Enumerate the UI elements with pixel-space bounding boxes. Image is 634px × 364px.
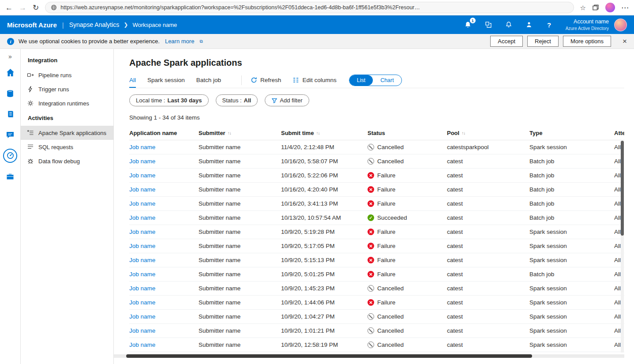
horizontal-scrollbar-thumb[interactable] bbox=[126, 354, 532, 358]
submit-time-cell: 10/13/20, 10:57:54 AM bbox=[281, 214, 368, 221]
application-name-link[interactable]: Job name bbox=[129, 243, 155, 249]
time-filter-pill[interactable]: Local time : Last 30 days bbox=[129, 94, 209, 106]
col-submit-time[interactable]: Submit time↑↓ bbox=[281, 130, 368, 136]
submitter-cell: Submitter name bbox=[199, 257, 281, 263]
table-row[interactable]: Job name Submitter name 10/9/20, 5:19:28… bbox=[129, 225, 624, 239]
tab-batch-job[interactable]: Batch job bbox=[196, 72, 221, 88]
spark-list-icon bbox=[27, 129, 34, 136]
submit-time-cell: 10/9/20, 1:01:21 PM bbox=[281, 327, 368, 334]
type-cell: Spark session bbox=[529, 144, 614, 150]
application-name-link[interactable]: Job name bbox=[129, 158, 155, 165]
account-avatar[interactable] bbox=[614, 19, 627, 31]
toolbar-divider bbox=[241, 75, 242, 85]
table-row[interactable]: Job name Submitter name 10/16/20, 5:58:0… bbox=[129, 154, 624, 169]
chat-bubble-icon bbox=[6, 131, 15, 139]
product-name[interactable]: Synapse Analytics bbox=[69, 21, 120, 28]
application-name-link[interactable]: Job name bbox=[129, 285, 155, 292]
application-name-link[interactable]: Job name bbox=[129, 257, 155, 263]
rail-item-home[interactable] bbox=[0, 62, 21, 83]
list-view-button[interactable]: List bbox=[349, 75, 373, 86]
close-icon[interactable]: × bbox=[623, 38, 627, 45]
azure-brand[interactable]: Microsoft Azure bbox=[7, 21, 57, 29]
cookie-message: We use optional cookies to provide a bet… bbox=[19, 38, 160, 45]
status-filter-pill[interactable]: Status : All bbox=[216, 94, 258, 106]
back-icon[interactable]: ← bbox=[5, 4, 13, 11]
rail-item-manage[interactable] bbox=[0, 166, 21, 187]
browser-menu-icon[interactable]: ⋯ bbox=[621, 4, 629, 11]
application-name-link[interactable]: Job name bbox=[129, 214, 155, 221]
feedback-icon[interactable] bbox=[525, 21, 533, 29]
submitter-cell: Submitter name bbox=[199, 285, 281, 292]
application-name-link[interactable]: Job name bbox=[129, 299, 155, 306]
reload-icon[interactable]: ↻ bbox=[33, 4, 39, 11]
table-row[interactable]: Job name Submitter name 10/9/20, 1:01:21… bbox=[129, 324, 624, 338]
edit-columns-button[interactable]: Edit columns bbox=[293, 77, 336, 83]
status-icon bbox=[368, 299, 374, 306]
pool-cell: catest bbox=[447, 313, 529, 320]
table-row[interactable]: Job name Submitter name 10/13/20, 10:57:… bbox=[129, 211, 624, 225]
more-options-button[interactable]: More options bbox=[563, 36, 611, 47]
expand-rail-icon[interactable]: » bbox=[8, 51, 12, 62]
status-cell: Failure bbox=[368, 243, 447, 249]
table-row[interactable]: Job name Submitter name 10/9/20, 1:04:27… bbox=[129, 310, 624, 324]
address-bar[interactable]: https://web.azuresynapse.net/monitoring/… bbox=[45, 2, 574, 13]
sidebar-item-integration-runtimes[interactable]: Integration runtimes bbox=[21, 96, 113, 110]
add-filter-pill[interactable]: Add filter bbox=[265, 94, 309, 106]
table-row[interactable]: Job name Submitter name 10/16/20, 5:22:0… bbox=[129, 169, 624, 183]
account-name: Account name bbox=[566, 18, 609, 25]
help-icon[interactable]: ? bbox=[545, 21, 553, 29]
browser-profile-avatar[interactable] bbox=[605, 3, 615, 12]
rail-item-data[interactable] bbox=[0, 83, 21, 104]
table-row[interactable]: Job name Submitter name 11/4/20, 2:12:48… bbox=[129, 140, 624, 154]
sidebar-item-data-flow-debug[interactable]: Data flow debug bbox=[21, 154, 113, 168]
vertical-scrollbar-thumb[interactable] bbox=[621, 141, 624, 236]
application-name-link[interactable]: Job name bbox=[129, 229, 155, 235]
application-name-link[interactable]: Job name bbox=[129, 144, 155, 150]
refresh-button[interactable]: Refresh bbox=[251, 77, 281, 83]
table-row[interactable]: Job name Submitter name 10/9/20, 12:58:1… bbox=[129, 338, 624, 352]
table-row[interactable]: Job name Submitter name 10/9/20, 1:45:23… bbox=[129, 281, 624, 296]
table-row[interactable]: Job name Submitter name 10/9/20, 1:44:06… bbox=[129, 296, 624, 310]
sidebar-item-pipeline-runs[interactable]: Pipeline runs bbox=[21, 68, 113, 82]
forward-icon[interactable]: → bbox=[19, 4, 26, 11]
application-name-link[interactable]: Job name bbox=[129, 200, 155, 207]
col-pool[interactable]: Pool↑↓ bbox=[447, 130, 529, 136]
application-name-link[interactable]: Job name bbox=[129, 172, 155, 179]
application-name-link[interactable]: Job name bbox=[129, 186, 155, 193]
alerts-bell-icon[interactable] bbox=[505, 21, 513, 29]
table-row[interactable]: Job name Submitter name 10/9/20, 5:15:13… bbox=[129, 253, 624, 267]
rail-item-integrate[interactable] bbox=[0, 124, 21, 145]
rail-item-develop[interactable] bbox=[0, 104, 21, 124]
rail-item-monitor[interactable] bbox=[0, 145, 21, 166]
database-icon bbox=[6, 89, 15, 98]
pool-cell: catest bbox=[447, 285, 529, 292]
tab-all[interactable]: All bbox=[129, 72, 136, 88]
col-application-name: Application name bbox=[129, 130, 199, 136]
workspace-name[interactable]: Workspace name bbox=[132, 22, 177, 28]
status-label: Cancelled bbox=[377, 313, 404, 320]
application-name-link[interactable]: Job name bbox=[129, 341, 155, 348]
deploy-icon[interactable] bbox=[484, 21, 492, 29]
application-name-link[interactable]: Job name bbox=[129, 327, 155, 334]
table-row[interactable]: Job name Submitter name 10/9/20, 5:01:25… bbox=[129, 267, 624, 281]
sidebar-item-sql-requests[interactable]: SQL requests bbox=[21, 140, 113, 154]
favorites-star-icon[interactable]: ☆ bbox=[580, 4, 586, 11]
learn-more-link[interactable]: Learn more bbox=[165, 38, 194, 45]
accept-button[interactable]: Accept bbox=[490, 36, 523, 47]
type-cell: Spark session bbox=[529, 313, 614, 320]
add-filter-label: Add filter bbox=[280, 97, 302, 104]
table-row[interactable]: Job name Submitter name 10/9/20, 5:17:05… bbox=[129, 239, 624, 253]
reject-button[interactable]: Reject bbox=[527, 36, 559, 47]
sidebar-item-apache-spark-applications[interactable]: Apache Spark applications bbox=[21, 126, 113, 140]
collections-icon[interactable] bbox=[592, 4, 599, 11]
application-name-link[interactable]: Job name bbox=[129, 271, 155, 278]
announcements-icon[interactable]: 1 bbox=[464, 21, 472, 29]
col-submitter[interactable]: Submitter↑↓ bbox=[199, 130, 281, 136]
application-name-link[interactable]: Job name bbox=[129, 313, 155, 320]
tab-spark-session[interactable]: Spark session bbox=[147, 72, 185, 88]
table-row[interactable]: Job name Submitter name 10/16/20, 3:41:1… bbox=[129, 197, 624, 211]
sidebar-item-trigger-runs[interactable]: Trigger runs bbox=[21, 82, 113, 96]
chart-view-button[interactable]: Chart bbox=[373, 75, 401, 86]
account-info[interactable]: Account name Azure Active Directory bbox=[566, 18, 609, 31]
table-row[interactable]: Job name Submitter name 10/16/20, 4:20:4… bbox=[129, 183, 624, 197]
